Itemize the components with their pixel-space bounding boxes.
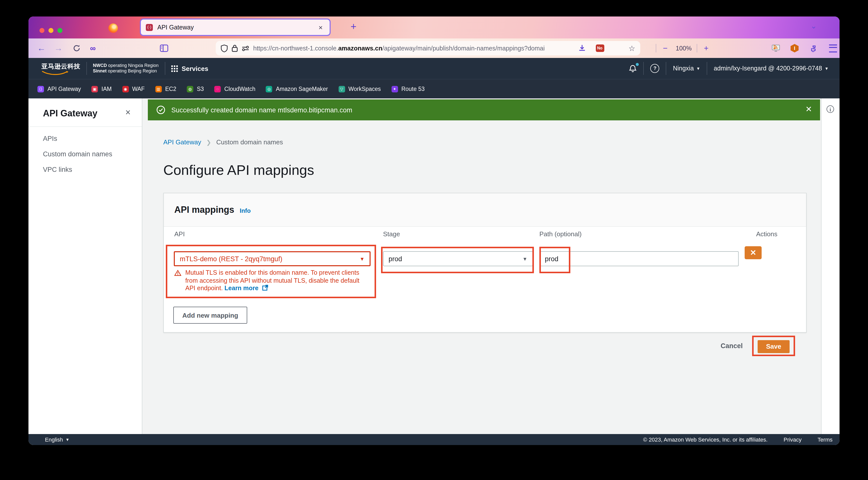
- chevron-down-icon: ▼: [522, 256, 527, 262]
- extensions-puzzle-icon[interactable]: [808, 38, 819, 58]
- api-select[interactable]: mTLS-demo (REST - 2qyq7tmguf) ▼: [174, 251, 371, 266]
- s3-icon: ◍: [187, 86, 193, 92]
- api-column-label: API: [174, 230, 185, 238]
- screen-rss-extension-icon[interactable]: [770, 38, 782, 58]
- breadcrumb-api-gateway-link[interactable]: API Gateway: [163, 138, 201, 146]
- path-input[interactable]: prod: [539, 251, 739, 266]
- bookmark-sagemaker[interactable]: ◎Amazon SageMaker: [266, 86, 328, 92]
- side-nav-title: API Gateway: [43, 109, 97, 119]
- success-flashbar: Successfully created domain name mtlsdem…: [148, 99, 820, 120]
- stage-column-label: Stage: [383, 230, 400, 238]
- breadcrumb-chevron-icon: ❯: [206, 139, 211, 146]
- language-selector[interactable]: English▼: [45, 437, 69, 443]
- bookmark-api-gateway[interactable]: ⟨⟩API Gateway: [37, 86, 81, 92]
- toolbar-separator: [656, 44, 656, 53]
- api-gateway-icon: ⟨⟩: [37, 86, 44, 92]
- permissions-icon[interactable]: [242, 45, 249, 51]
- workspaces-icon: ▽: [338, 86, 345, 92]
- save-button[interactable]: Save: [757, 340, 789, 353]
- bookmark-iam[interactable]: ▣IAM: [91, 86, 112, 92]
- bookmark-waf[interactable]: ◉WAF: [122, 86, 145, 92]
- screenshot-stage: (·) API Gateway × + ⌄ ← → ∞ https://cn-: [0, 0, 868, 480]
- toolbar-separator: [697, 44, 697, 53]
- bookmark-cloudwatch[interactable]: ◌CloudWatch: [214, 86, 255, 92]
- bookmarks-bar: ⟨⟩API Gateway ▣IAM ◉WAF ▥EC2 ◍S3 ◌CloudW…: [28, 79, 840, 98]
- zoom-out-button[interactable]: −: [660, 38, 671, 58]
- maximize-window-button[interactable]: [57, 28, 62, 33]
- flashbar-close-icon[interactable]: ✕: [805, 104, 812, 114]
- services-menu[interactable]: Services: [171, 65, 208, 72]
- nav-divider: [164, 62, 165, 75]
- account-menu[interactable]: admin/lxy-Isengard @ 4200-2996-0748▼: [714, 65, 829, 72]
- api-mappings-card: API mappings Info API Stage Path (option…: [163, 193, 807, 333]
- hexagon-extension-icon[interactable]: I: [788, 38, 801, 58]
- chevron-down-icon: ▼: [825, 66, 829, 71]
- sidebar-item-apis[interactable]: APIs: [43, 135, 57, 142]
- back-button[interactable]: ←: [35, 38, 48, 58]
- bell-icon: [629, 64, 637, 73]
- ec2-icon: ▥: [155, 86, 161, 92]
- stage-select[interactable]: prod ▼: [383, 251, 533, 266]
- lock-icon[interactable]: [232, 44, 238, 52]
- info-circle-icon[interactable]: i: [827, 106, 834, 113]
- card-header: API mappings Info: [164, 193, 806, 227]
- card-title: API mappings: [174, 205, 234, 215]
- notifications-bell[interactable]: [629, 64, 637, 73]
- bookmark-workspaces[interactable]: ▽WorkSpaces: [338, 86, 381, 92]
- window-controls[interactable]: [39, 28, 62, 33]
- terms-link[interactable]: Terms: [817, 437, 833, 443]
- privacy-link[interactable]: Privacy: [784, 437, 802, 443]
- path-column-label: Path (optional): [539, 230, 582, 238]
- remove-mapping-button[interactable]: ✕: [745, 246, 762, 259]
- chevron-down-icon: ▼: [360, 256, 365, 262]
- help-icon[interactable]: ?: [651, 64, 659, 73]
- bookmark-star-icon[interactable]: ☆: [628, 44, 635, 53]
- menu-hamburger-icon[interactable]: [827, 38, 840, 58]
- path-input-value: prod: [545, 255, 558, 263]
- nav-divider: [707, 62, 707, 75]
- info-link[interactable]: Info: [240, 207, 251, 214]
- close-window-button[interactable]: [39, 28, 44, 33]
- breadcrumb: API Gateway ❯ Custom domain names: [163, 138, 283, 146]
- tab-close-icon[interactable]: ×: [317, 23, 324, 32]
- success-check-icon: [156, 106, 165, 114]
- add-new-mapping-button[interactable]: Add new mapping: [173, 307, 247, 324]
- api-select-value: mTLS-demo (REST - 2qyq7tmguf): [180, 255, 282, 263]
- tracking-shield-icon[interactable]: [221, 44, 228, 52]
- warning-triangle-icon: [174, 270, 181, 276]
- sidebar-item-custom-domain-names[interactable]: Custom domain names: [43, 150, 112, 158]
- reload-button[interactable]: [70, 38, 83, 58]
- aws-china-logo[interactable]: 亚马逊云科技: [41, 62, 81, 75]
- warning-text: Mutual TLS is enabled for this domain na…: [185, 269, 359, 292]
- downloads-icon[interactable]: [576, 38, 588, 58]
- notification-dot: [636, 63, 639, 66]
- browser-tab-active[interactable]: (·) API Gateway ×: [140, 19, 331, 36]
- main-panel: Successfully created domain name mtlsdem…: [142, 98, 821, 434]
- console-footer: English▼ © 2023, Amazon Web Services, In…: [28, 434, 840, 445]
- bookmark-route53[interactable]: ✦Route 53: [391, 86, 425, 92]
- bookmark-s3[interactable]: ◍S3: [187, 86, 204, 92]
- actions-column-label: Actions: [756, 230, 777, 238]
- bookmark-ec2[interactable]: ▥EC2: [155, 86, 176, 92]
- page-title: Configure API mappings: [163, 162, 314, 178]
- side-nav-close-icon[interactable]: ×: [125, 108, 131, 118]
- firefox-icon: [108, 24, 118, 33]
- forward-button[interactable]: →: [53, 38, 64, 58]
- minimize-window-button[interactable]: [49, 28, 54, 33]
- region-selector[interactable]: Ningxia▼: [673, 65, 700, 72]
- side-nav: API Gateway × APIs Custom domain names V…: [28, 98, 142, 434]
- new-tab-button[interactable]: +: [350, 21, 356, 32]
- infinity-extension-icon[interactable]: ∞: [86, 38, 99, 58]
- url-text[interactable]: https://cn-northwest-1.console.amazonaws…: [253, 45, 624, 52]
- zoom-in-button[interactable]: +: [701, 38, 712, 58]
- learn-more-link[interactable]: Learn more: [224, 285, 258, 292]
- cancel-button[interactable]: Cancel: [717, 342, 747, 350]
- breadcrumb-current: Custom domain names: [216, 138, 283, 146]
- aws-top-nav: 亚马逊云科技 NWCD operating Ningxia Region Sin…: [28, 58, 840, 79]
- external-link-icon: [262, 285, 268, 291]
- sidebar-item-vpc-links[interactable]: VPC links: [43, 166, 72, 173]
- noscript-extension-icon[interactable]: No: [594, 38, 606, 58]
- zoom-level[interactable]: 100%: [674, 38, 694, 58]
- list-tabs-chevron-icon[interactable]: ⌄: [811, 22, 817, 30]
- sidebar-toggle-icon[interactable]: [157, 38, 170, 58]
